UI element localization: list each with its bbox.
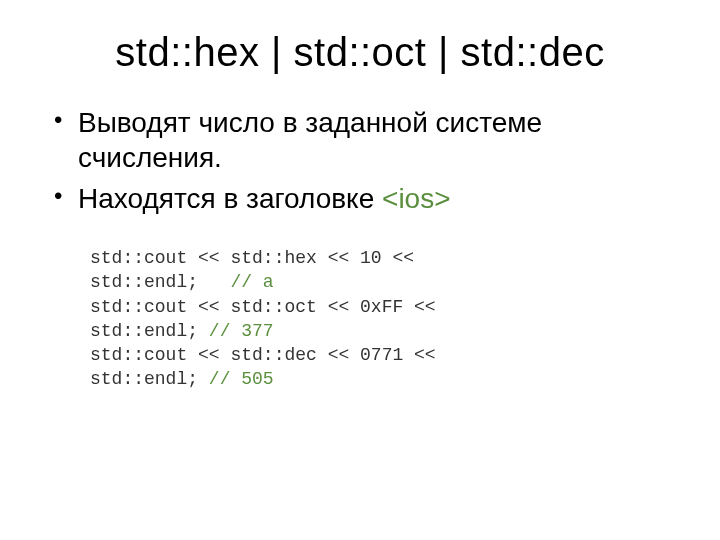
bullet-item: Выводят число в заданной системе счислен… — [50, 105, 670, 175]
code-block: std::cout << std::hex << 10 << std::endl… — [90, 246, 670, 392]
header-include: <ios> — [382, 183, 451, 214]
code-line: std::endl; — [90, 272, 230, 292]
bullet-text: Выводят число в заданной системе счислен… — [78, 107, 542, 173]
code-line: std::endl; — [90, 321, 209, 341]
slide: std::hex | std::oct | std::dec Выводят ч… — [0, 0, 720, 540]
code-comment: // a — [230, 272, 273, 292]
code-line: std::cout << std::oct << 0xFF << — [90, 297, 436, 317]
slide-title: std::hex | std::oct | std::dec — [50, 30, 670, 75]
code-line: std::cout << std::hex << 10 << — [90, 248, 414, 268]
bullet-list: Выводят число в заданной системе счислен… — [50, 105, 670, 216]
bullet-text: Находятся в заголовке — [78, 183, 382, 214]
code-comment: // 505 — [209, 369, 274, 389]
code-line: std::cout << std::dec << 0771 << — [90, 345, 436, 365]
code-line: std::endl; — [90, 369, 209, 389]
code-comment: // 377 — [209, 321, 274, 341]
bullet-item: Находятся в заголовке <ios> — [50, 181, 670, 216]
